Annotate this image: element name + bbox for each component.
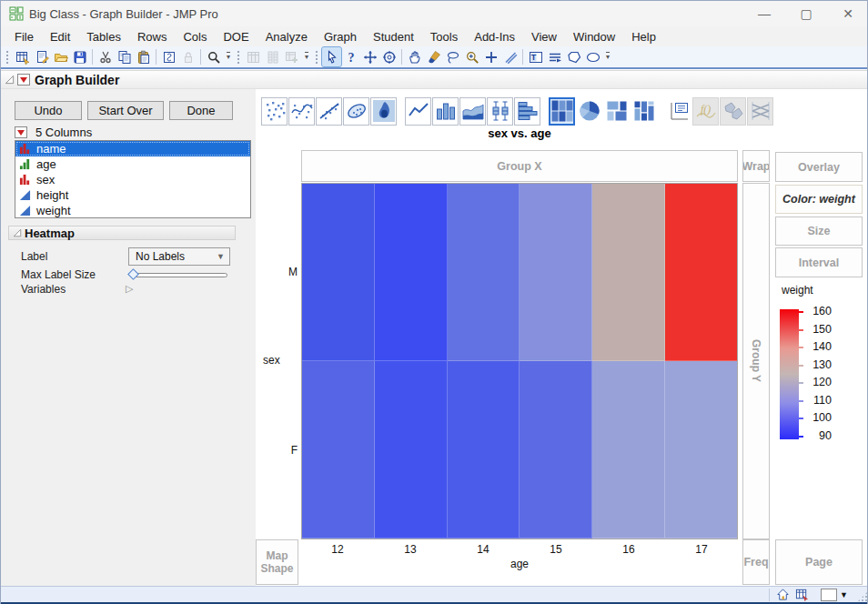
menu-tables[interactable]: Tables [78,28,129,45]
oval-annotation-icon[interactable] [583,47,602,66]
menu-cols[interactable]: Cols [175,28,215,45]
max-label-size-slider[interactable] [129,270,229,279]
palette-contour-icon[interactable] [370,97,397,126]
map-shape-zone[interactable]: Map Shape [256,539,298,585]
overlay-zone[interactable]: Overlay [775,152,863,182]
heatmap-cell-M-13[interactable] [375,184,448,361]
menu-window[interactable]: Window [565,28,623,45]
menu-doe[interactable]: DOE [215,28,257,45]
palette-points-icon[interactable] [261,97,288,126]
heatmap-cell-F-16[interactable] [592,361,665,539]
home-icon[interactable] [775,588,791,601]
undo-button[interactable]: Undo [15,101,82,120]
toolbar-grip[interactable] [5,50,10,65]
paste-icon[interactable] [134,47,153,66]
eraser-icon[interactable] [500,47,520,66]
lasso-icon[interactable] [443,47,462,66]
zoom-in-icon[interactable] [462,47,481,66]
toolbar-overflow-icon[interactable]: ▾ [227,52,230,62]
label-dropdown[interactable]: No Labels ▼ [128,247,230,266]
save-icon[interactable] [70,47,89,66]
heatmap-cell-F-13[interactable] [375,361,448,539]
group-x-zone[interactable]: Group X [301,150,738,182]
brush-icon[interactable] [424,47,443,66]
polygon-annotation-icon[interactable] [564,47,583,66]
menu-file[interactable]: File [6,28,42,45]
menu-analyze[interactable]: Analyze [257,28,316,45]
palette-heatmap-icon[interactable] [549,97,575,126]
column-item-weight[interactable]: weight [15,203,250,218]
toolbar-grip[interactable] [315,50,319,65]
heatmap-panel-header[interactable]: Heatmap [8,226,236,240]
heatmap-cell-F-15[interactable] [520,361,592,539]
move-tool-icon[interactable] [360,47,379,66]
menu-tools[interactable]: Tools [422,28,466,45]
heatmap-cell-F-12[interactable] [302,361,375,539]
wrap-zone[interactable]: Wrap [742,150,770,182]
heatmap-cell-M-12[interactable] [302,184,375,361]
start-over-button[interactable]: Start Over [87,101,164,120]
interval-zone[interactable]: Interval [775,247,863,277]
journal-icon[interactable] [159,47,178,66]
slider-thumb[interactable] [127,268,139,280]
toolbar-overflow-icon[interactable]: ▾ [305,52,308,62]
toolbar-overflow-icon[interactable]: ▾ [606,52,610,62]
done-button[interactable]: Done [169,101,233,120]
group-y-zone[interactable]: Group Y [742,183,770,539]
arrow-cursor-icon[interactable] [322,47,341,66]
palette-ellipse-icon[interactable] [343,97,369,126]
close-button[interactable]: ✕ [827,1,868,26]
column-item-name[interactable]: name [15,141,250,156]
red-triangle-menu-icon[interactable] [17,74,30,86]
minimize-button[interactable]: — [743,1,785,26]
legend-gradient-bar[interactable] [780,309,799,439]
palette-histogram-icon[interactable] [514,97,540,126]
color-theme-swatch[interactable] [821,589,837,601]
cut-icon[interactable] [96,47,115,66]
palette-line-icon[interactable] [405,97,431,126]
columns-red-triangle-icon[interactable] [15,126,27,138]
arrow-lines-icon[interactable] [545,47,564,66]
page-zone[interactable]: Page [775,539,863,585]
data-table-icon[interactable] [794,588,810,601]
menu-addins[interactable]: Add-Ins [466,28,523,45]
column-item-sex[interactable]: sex [15,172,250,187]
disclosure-triangle-icon[interactable]: ▷ [126,283,133,295]
statusbar-dropdown-icon[interactable]: ▼ [840,590,848,599]
maximize-button[interactable]: ▢ [785,1,827,26]
new-journal-icon[interactable] [32,47,51,66]
target-icon[interactable] [379,47,399,66]
heatmap-cell-M-14[interactable] [448,184,520,361]
palette-area-icon[interactable] [459,97,486,126]
freq-zone[interactable]: Freq [742,539,770,585]
heatmap-cell-F-14[interactable] [448,361,520,539]
menu-view[interactable]: View [523,28,565,45]
palette-bar-icon[interactable] [432,97,459,126]
menu-help[interactable]: Help [623,28,664,45]
text-annotation-icon[interactable]: T [526,47,545,66]
palette-treemap-icon[interactable] [603,97,630,126]
heatmap-cell-F-17[interactable] [665,361,737,539]
menu-rows[interactable]: Rows [129,28,176,45]
palette-box-plot-icon[interactable] [487,97,513,126]
collapse-triangle-icon[interactable] [13,228,22,237]
slider-track[interactable] [131,273,227,277]
palette-smoother-icon[interactable] [288,97,315,126]
open-icon[interactable] [51,47,70,66]
color-zone[interactable]: Color: weight [775,185,863,214]
new-data-table-icon[interactable] [13,47,32,66]
resize-grip[interactable] [857,591,868,602]
size-zone[interactable]: Size [775,216,863,246]
toolbar-grip[interactable] [237,50,241,65]
crosshair-plus-icon[interactable] [481,47,500,66]
column-item-height[interactable]: height [15,187,250,203]
heatmap-cell-M-17[interactable] [665,184,737,361]
help-icon[interactable]: ? [341,47,360,66]
palette-line-of-fit-icon[interactable] [316,97,342,126]
palette-pie-icon[interactable] [576,97,602,126]
menu-student[interactable]: Student [365,28,422,45]
color-legend[interactable]: 16015014013012011010090 [780,309,862,439]
menu-graph[interactable]: Graph [316,28,365,45]
palette-mosaic-icon[interactable] [631,97,657,126]
heatmap-cell-M-16[interactable] [592,184,665,361]
